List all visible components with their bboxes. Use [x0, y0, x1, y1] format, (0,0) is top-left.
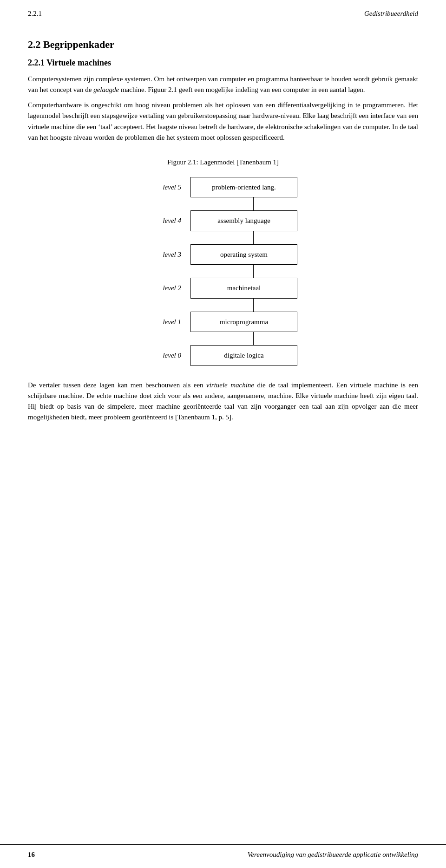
level-label-2: level 2 [149, 283, 190, 294]
level-box-2: machinetaal [190, 278, 297, 299]
section-heading: Begrippenkader [43, 39, 114, 50]
subsection-number: 2.2.1 [28, 58, 45, 67]
italic-gelaagde: gelaagde [93, 86, 119, 93]
page-header: 2.2.1 Gedistribueerdheid [0, 0, 446, 24]
figure-container: Figuur 2.1: Lagenmodel [Tanenbaum 1] lev… [28, 157, 418, 366]
level-box-5: problem-oriented lang. [190, 177, 297, 198]
level-box-1: microprogramma [190, 312, 297, 333]
page-footer: 16 Vereenvoudiging van gedistribueerde a… [0, 844, 446, 868]
figure-caption: Figuur 2.1: Lagenmodel [Tanenbaum 1] [28, 157, 418, 168]
footer-page-number: 16 [28, 849, 35, 860]
subsection-title: 2.2.1 Virtuele machines [28, 57, 418, 69]
section-number: 2.2 [28, 39, 41, 50]
level-row-5: level 5 problem-oriented lang. [149, 177, 297, 198]
paragraph-1: Computersystemen zijn complexe systemen.… [28, 74, 418, 96]
level-label-5: level 5 [149, 182, 190, 193]
italic-virtuele-machine: virtuele machine [206, 381, 254, 389]
closing-paragraph: De vertaler tussen deze lagen kan men be… [28, 380, 418, 423]
page: 2.2.1 Gedistribueerdheid 2.2 Begrippenka… [0, 0, 446, 868]
level-row-2: level 2 machinetaal [149, 278, 297, 299]
level-row-1: level 1 microprogramma [149, 312, 297, 333]
footer-book-title: Vereenvoudiging van gedistribueerde appl… [248, 849, 418, 860]
subsection-heading: Virtuele machines [46, 58, 111, 67]
level-label-3: level 3 [149, 249, 190, 260]
level-label-4: level 4 [149, 215, 190, 226]
level-label-0: level 0 [149, 350, 190, 361]
main-content: 2.2 Begrippenkader 2.2.1 Virtuele machin… [0, 24, 446, 446]
diagram: level 5 problem-oriented lang. level 4 a… [149, 177, 297, 366]
level-row-4: level 4 assembly language [149, 210, 297, 231]
section-title: 2.2 Begrippenkader [28, 37, 418, 52]
level-row-0: level 0 digitale logica [149, 345, 297, 366]
header-section-number: 2.2.1 [28, 8, 42, 19]
level-box-3: operating system [190, 244, 297, 265]
level-box-4: assembly language [190, 210, 297, 231]
level-row-3: level 3 operating system [149, 244, 297, 265]
paragraph-2: Computerhardware is ongeschikt om hoog n… [28, 100, 418, 143]
level-box-0: digitale logica [190, 345, 297, 366]
header-chapter-title: Gedistribueerdheid [364, 8, 418, 19]
level-label-1: level 1 [149, 317, 190, 327]
